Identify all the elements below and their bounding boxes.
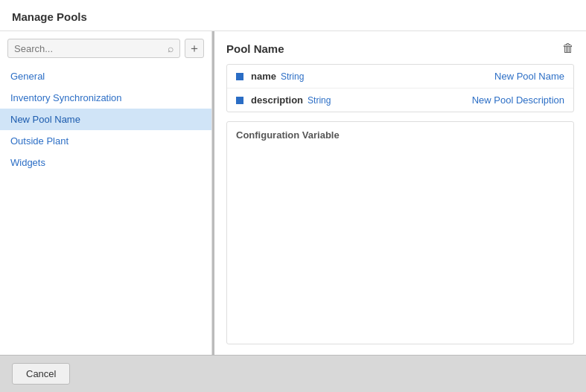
table-row: description String New Pool Description xyxy=(227,89,573,112)
sidebar-item-widgets[interactable]: Widgets xyxy=(0,152,211,173)
sidebar-item-inventory-sync[interactable]: Inventory Synchronization xyxy=(0,87,211,109)
search-bar: ⌕ ＋ xyxy=(7,39,204,58)
content-header: Pool Name 🗑 xyxy=(226,42,574,55)
prop-type-label: String xyxy=(281,71,304,82)
main-area: ⌕ ＋ General Inventory Synchronization Ne… xyxy=(0,31,586,355)
add-pool-button[interactable]: ＋ xyxy=(185,39,204,58)
content-area: Pool Name 🗑 name String New Pool Name de… xyxy=(214,31,586,355)
pool-name-heading: Pool Name xyxy=(226,42,284,55)
config-section-title: Configuration Variable xyxy=(236,129,564,141)
prop-desc-type-label: String xyxy=(308,95,331,106)
table-row: name String New Pool Name xyxy=(227,65,573,89)
config-section: Configuration Variable xyxy=(226,121,574,344)
prop-desc-label: description xyxy=(251,94,303,106)
delete-button[interactable]: 🗑 xyxy=(562,42,574,55)
sidebar-item-outside-plant[interactable]: Outside Plant xyxy=(0,130,211,152)
prop-value-name[interactable]: New Pool Name xyxy=(494,71,564,82)
sidebar-item-new-pool-name[interactable]: New Pool Name xyxy=(0,109,211,130)
search-input-wrap[interactable]: ⌕ xyxy=(7,39,180,58)
bottom-bar: Cancel xyxy=(0,355,586,392)
nav-list: General Inventory Synchronization New Po… xyxy=(0,65,211,173)
search-icon: ⌕ xyxy=(168,42,173,54)
page-title: Manage Pools xyxy=(12,10,574,23)
prop-indicator-desc xyxy=(236,97,243,104)
prop-value-description[interactable]: New Pool Description xyxy=(472,94,564,106)
prop-name-label: name xyxy=(251,71,276,82)
cancel-button[interactable]: Cancel xyxy=(12,363,70,385)
prop-indicator-name xyxy=(236,73,243,80)
sidebar: ⌕ ＋ General Inventory Synchronization Ne… xyxy=(0,31,212,355)
search-input[interactable] xyxy=(14,43,168,54)
top-bar: Manage Pools xyxy=(0,0,586,31)
sidebar-item-general[interactable]: General xyxy=(0,65,211,87)
properties-table: name String New Pool Name description St… xyxy=(226,64,574,112)
